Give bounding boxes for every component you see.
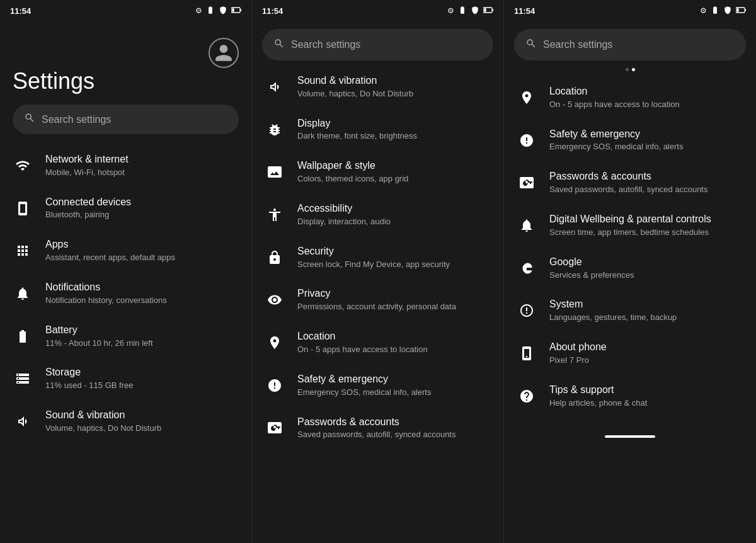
list-item[interactable]: Privacy Permissions, account activity, p… [252, 278, 503, 321]
svg-rect-5 [484, 8, 486, 11]
search-placeholder-3: Search settings [543, 39, 612, 50]
item-subtitle: Saved passwords, autofill, synced accoun… [549, 185, 743, 195]
list-item[interactable]: Sound & vibration Volume, haptics, Do No… [0, 400, 251, 443]
list-item[interactable]: Wallpaper & style Colors, themed icons, … [252, 151, 503, 193]
item-subtitle: Emergency SOS, medical info, alerts [549, 142, 743, 152]
safety-icon-3 [517, 130, 537, 151]
page-title: Settings [0, 68, 251, 94]
list-item[interactable]: Safety & emergency Emergency SOS, medica… [252, 364, 503, 407]
item-subtitle: On - 5 apps have access to location [549, 100, 743, 110]
item-text: Safety & emergency Emergency SOS, medica… [297, 373, 491, 398]
item-text: System Languages, gestures, time, backup [549, 298, 743, 323]
search-bar-3[interactable]: Search settings [514, 29, 746, 60]
storage-icon [13, 369, 33, 389]
item-text: Safety & emergency Emergency SOS, medica… [549, 128, 743, 153]
list-item[interactable]: Tips & support Help articles, phone & ch… [504, 375, 756, 418]
item-title: Digital Wellbeing & parental controls [549, 213, 743, 226]
item-text: Passwords & accounts Saved passwords, au… [549, 170, 743, 195]
list-item[interactable]: Connected devices Bluetooth, pairing [0, 187, 251, 230]
item-subtitle: Pixel 7 Pro [549, 355, 743, 366]
status-time-1: 11:54 [10, 6, 31, 16]
item-title: Location [549, 85, 743, 98]
list-item[interactable]: Notifications Notification history, conv… [0, 272, 251, 315]
list-item[interactable]: Location On - 5 apps have access to loca… [504, 76, 756, 119]
item-text: Tips & support Help articles, phone & ch… [549, 384, 743, 409]
accessibility-icon [265, 205, 285, 225]
list-item[interactable]: Display Dark theme, font size, brightnes… [252, 108, 503, 151]
panel-1-content: Settings Search settings Network & inter… [0, 19, 251, 543]
google-icon [517, 258, 537, 278]
status-icons-3: ⚙ [700, 6, 746, 16]
search-bar-2[interactable]: Search settings [262, 29, 493, 60]
panel-2-header: Search settings [252, 19, 503, 66]
item-title: Safety & emergency [297, 373, 491, 386]
item-text: Display Dark theme, font size, brightnes… [297, 117, 491, 142]
battery-icon-2 [483, 6, 493, 16]
item-text: Passwords & accounts Saved passwords, au… [297, 416, 491, 441]
item-title: Sound & vibration [297, 74, 491, 88]
list-item[interactable]: Sound & vibration Volume, haptics, Do No… [252, 66, 503, 108]
search-placeholder-1: Search settings [42, 114, 111, 125]
shield-icon-3 [723, 6, 732, 16]
battery-settings-icon [13, 326, 33, 346]
avatar[interactable] [209, 38, 239, 68]
item-subtitle: 11% used - 115 GB free [45, 380, 239, 391]
item-text: Network & internet Mobile, Wi-Fi, hotspo… [45, 153, 239, 178]
dot-active [632, 68, 635, 71]
item-text: Notifications Notification history, conv… [45, 281, 239, 306]
search-bar-1[interactable]: Search settings [13, 105, 239, 134]
list-item[interactable]: Digital Wellbeing & parental controls Sc… [504, 204, 756, 247]
item-text: Sound & vibration Volume, haptics, Do No… [297, 74, 491, 100]
list-item[interactable]: Location On - 5 apps have access to loca… [252, 321, 503, 364]
item-text: Privacy Permissions, account activity, p… [297, 287, 491, 312]
item-title: Accessibility [297, 202, 491, 215]
item-text: Google Services & preferences [549, 256, 743, 281]
panel-2: 11:54 ⚙ Search settings [252, 0, 504, 543]
list-item[interactable]: Network & internet Mobile, Wi-Fi, hotspo… [0, 144, 251, 187]
list-item[interactable]: Battery 11% - About 10 hr, 26 min left [0, 315, 251, 358]
list-item[interactable]: System Languages, gestures, time, backup [504, 289, 756, 332]
privacy-icon [265, 290, 285, 310]
item-title: Apps [45, 238, 239, 251]
item-text: Connected devices Bluetooth, pairing [45, 196, 239, 221]
item-subtitle: Bluetooth, pairing [45, 210, 239, 220]
list-item[interactable]: Apps Assistant, recent apps, default app… [0, 229, 251, 272]
list-item[interactable]: Accessibility Display, interaction, audi… [252, 193, 503, 236]
item-text: Location On - 5 apps have access to loca… [297, 330, 491, 355]
list-item[interactable]: Security Screen lock, Find My Device, ap… [252, 236, 503, 279]
item-subtitle: Colors, themed icons, app grid [297, 174, 491, 185]
item-subtitle: Help articles, phone & chat [549, 398, 743, 409]
item-title: Tips & support [549, 384, 743, 397]
status-time-3: 11:54 [514, 6, 535, 16]
svg-rect-7 [745, 9, 746, 11]
item-title: Passwords & accounts [297, 416, 491, 429]
item-text: Apps Assistant, recent apps, default app… [45, 238, 239, 263]
status-icons-1: ⚙ [195, 6, 241, 16]
item-subtitle: Dark theme, font size, brightness [297, 131, 491, 142]
list-item[interactable]: Storage 11% used - 115 GB free [0, 357, 251, 400]
settings-list-1: Network & internet Mobile, Wi-Fi, hotspo… [0, 144, 251, 455]
item-subtitle: Display, interaction, audio [297, 217, 491, 227]
panel-3: 11:54 ⚙ Search settings [504, 0, 756, 543]
status-icons-2: ⚙ [447, 6, 493, 16]
notifications-icon [13, 283, 33, 304]
svg-rect-2 [232, 8, 234, 11]
item-subtitle: 11% - About 10 hr, 26 min left [45, 338, 239, 349]
list-item[interactable]: Passwords & accounts Saved passwords, au… [252, 407, 503, 450]
item-text: Accessibility Display, interaction, audi… [297, 202, 491, 227]
wifi-icon [13, 156, 33, 176]
item-title: Sound & vibration [45, 409, 239, 422]
gear-icon: ⚙ [195, 6, 202, 15]
item-subtitle: Mobile, Wi-Fi, hotspot [45, 168, 239, 178]
list-item[interactable]: About phone Pixel 7 Pro [504, 332, 756, 375]
item-title: Network & internet [45, 153, 239, 166]
item-text: Storage 11% used - 115 GB free [45, 366, 239, 391]
list-item[interactable]: Safety & emergency Emergency SOS, medica… [504, 119, 756, 162]
search-icon-3 [525, 38, 537, 52]
shield-icon-2 [471, 6, 479, 16]
item-title: Connected devices [45, 196, 239, 209]
list-item[interactable]: Passwords & accounts Saved passwords, au… [504, 161, 756, 204]
list-item[interactable]: Google Services & preferences [504, 247, 756, 290]
settings-list-2: Sound & vibration Volume, haptics, Do No… [252, 66, 503, 462]
digital-wellbeing-icon [517, 215, 537, 236]
